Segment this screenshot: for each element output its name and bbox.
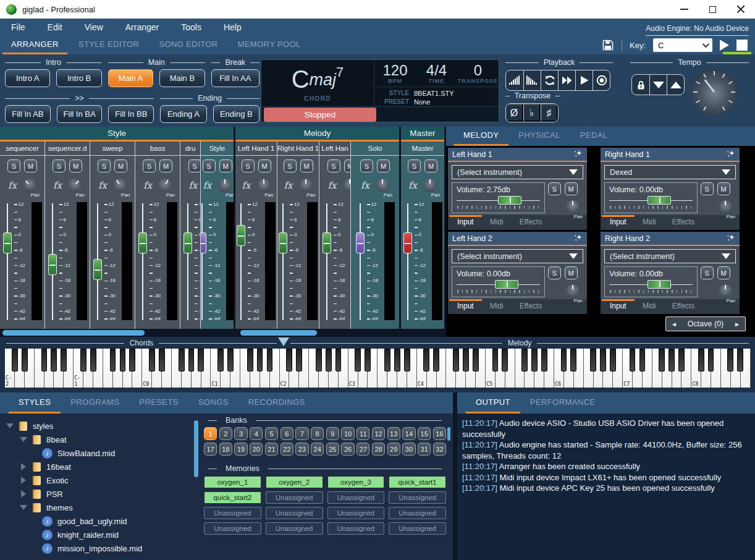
fader-handle[interactable] — [138, 232, 147, 253]
card-tab-effects[interactable]: Effects — [512, 215, 550, 230]
fx-button[interactable]: fx — [361, 180, 369, 191]
close-button[interactable] — [727, 0, 755, 19]
tempo-up-button[interactable] — [667, 75, 684, 95]
tab-styles[interactable]: STYLES — [9, 392, 61, 414]
volume-slider[interactable] — [457, 280, 540, 289]
bank-button-31[interactable]: 31 — [418, 443, 431, 456]
section-ending-b[interactable]: Ending B — [213, 105, 259, 123]
black-key[interactable] — [531, 349, 538, 371]
bank-button-21[interactable]: 21 — [265, 443, 278, 456]
mixer-h-scrollbar[interactable] — [240, 330, 317, 336]
card-tab-input[interactable]: Input — [449, 215, 482, 230]
pan-knob[interactable]: Pan — [566, 284, 580, 298]
fx-button[interactable]: fx — [143, 180, 152, 191]
black-key[interactable] — [659, 349, 665, 371]
black-key[interactable] — [61, 349, 67, 371]
expand-arrow-icon[interactable] — [20, 437, 27, 442]
black-key[interactable] — [365, 349, 371, 371]
pan-knob[interactable]: Pan — [719, 200, 732, 214]
memory-slot-oxygen-2[interactable]: oxygen_2 — [266, 476, 323, 488]
black-key[interactable] — [51, 349, 57, 371]
black-key[interactable] — [492, 349, 499, 371]
black-key[interactable] — [326, 349, 332, 371]
mute-button[interactable]: M — [159, 159, 172, 172]
bank-button-27[interactable]: 27 — [356, 443, 369, 456]
octave-next-button[interactable]: ► — [729, 321, 745, 328]
fx-button[interactable]: fx — [284, 180, 292, 191]
stop-button[interactable] — [736, 40, 748, 51]
section-intro-b[interactable]: Intro B — [56, 69, 101, 87]
tree-item-8beat[interactable]: 8beat — [0, 433, 194, 446]
black-key[interactable] — [227, 349, 234, 371]
fx-button[interactable]: fx — [203, 180, 211, 191]
volume-slider-handle[interactable] — [647, 280, 671, 289]
memory-slot-quick-start1[interactable]: quick_start1 — [389, 476, 446, 488]
bank-button-3[interactable]: 3 — [234, 427, 247, 440]
memory-slot-10[interactable]: Unassigned — [266, 507, 323, 519]
bank-button-4[interactable]: 4 — [250, 427, 263, 440]
black-key[interactable] — [590, 349, 596, 371]
menu-edit[interactable]: Edit — [36, 19, 74, 36]
menu-view[interactable]: View — [74, 19, 114, 36]
bank-button-25[interactable]: 25 — [326, 443, 339, 456]
bank-button-2[interactable]: 2 — [219, 427, 232, 440]
fx-button[interactable]: fx — [98, 180, 107, 191]
menu-tools[interactable]: Tools — [170, 19, 213, 36]
bank-button-5[interactable]: 5 — [265, 427, 278, 440]
bank-button-15[interactable]: 15 — [418, 427, 431, 440]
banks-scrollbar[interactable] — [447, 427, 450, 441]
memory-slot-12[interactable]: Unassigned — [389, 507, 446, 519]
black-key[interactable] — [41, 349, 48, 371]
pan-knob[interactable]: Pan — [423, 179, 437, 192]
solo-button[interactable]: S — [7, 159, 20, 172]
tree-item-slowbaland-mid[interactable]: ♪SlowBaland.mid — [0, 446, 194, 460]
tab-programs[interactable]: PROGRAMS — [61, 392, 129, 414]
keyboard-split-marker[interactable] — [278, 337, 289, 346]
tree-item-exotic[interactable]: Exotic — [0, 473, 194, 487]
black-key[interactable] — [463, 349, 469, 371]
sparkle-icon[interactable] — [573, 150, 583, 159]
tab-style-editor[interactable]: STYLE EDITOR — [70, 36, 148, 54]
tree-item-16beat[interactable]: 16beat — [0, 460, 194, 473]
memory-slot-oxygen-1[interactable]: oxygen_1 — [204, 476, 261, 488]
solo-button[interactable]: S — [408, 159, 421, 172]
black-key[interactable] — [610, 349, 616, 371]
black-key[interactable] — [247, 349, 253, 371]
save-button[interactable] — [602, 39, 614, 51]
mute-button[interactable]: M — [69, 159, 82, 172]
section-main-b[interactable]: Main B — [159, 69, 205, 87]
mute-button[interactable]: M — [377, 159, 390, 172]
bank-button-19[interactable]: 19 — [234, 443, 247, 456]
pan-knob[interactable]: Pan — [68, 179, 82, 192]
black-key[interactable] — [384, 349, 390, 371]
black-key[interactable] — [423, 349, 429, 371]
black-key[interactable] — [129, 349, 135, 371]
solo-button[interactable]: S — [143, 159, 156, 172]
tree-item-psr[interactable]: PSR — [0, 487, 194, 501]
mute-button[interactable]: M — [300, 159, 313, 172]
bank-button-29[interactable]: 29 — [387, 443, 400, 456]
mixer-h-scrollbar[interactable] — [2, 330, 145, 336]
mute-button[interactable]: M — [344, 159, 352, 172]
pan-knob[interactable]: Pan — [566, 200, 580, 214]
solo-button[interactable]: S — [284, 159, 297, 172]
instrument-select[interactable]: (Select instrument) — [604, 249, 736, 263]
bank-button-20[interactable]: 20 — [250, 443, 263, 456]
mute-button[interactable]: M — [717, 266, 730, 279]
solo-button[interactable]: S — [203, 159, 216, 172]
black-key[interactable] — [188, 349, 195, 371]
instrument-select[interactable]: Dexed — [604, 165, 736, 179]
card-tab-midi[interactable]: Midi — [635, 299, 664, 314]
bank-button-16[interactable]: 16 — [433, 427, 446, 440]
mute-button[interactable]: M — [565, 182, 578, 195]
key-select[interactable]: C — [653, 38, 712, 52]
volume-slider[interactable] — [457, 196, 540, 205]
black-key[interactable] — [179, 349, 185, 371]
black-key[interactable] — [80, 349, 86, 371]
tab-melody[interactable]: MELODY — [453, 127, 508, 146]
memory-slot-oxygen-3[interactable]: oxygen_3 — [327, 476, 385, 488]
tab-performance[interactable]: PERFORMANCE — [520, 392, 605, 414]
black-key[interactable] — [120, 349, 126, 371]
tree-item-styles[interactable]: styles — [0, 419, 194, 433]
mute-button[interactable]: M — [717, 182, 730, 195]
